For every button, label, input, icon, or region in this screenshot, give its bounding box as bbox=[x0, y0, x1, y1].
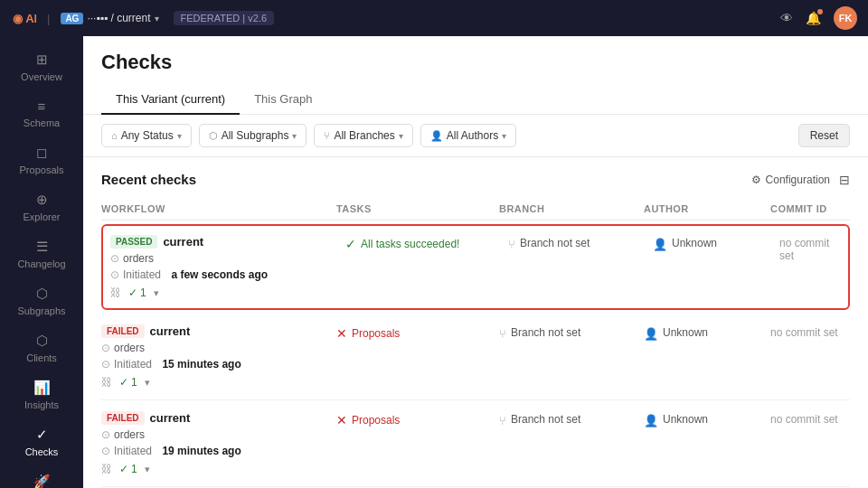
branch-icon: ⑂ bbox=[499, 414, 506, 427]
sidebar-item-label: Changelog bbox=[17, 258, 65, 269]
authors-filter[interactable]: 👤 All Authors ▾ bbox=[420, 124, 516, 147]
commit-cell: no commit set bbox=[779, 235, 841, 262]
authors-filter-icon: 👤 bbox=[430, 130, 443, 142]
proposals-icon: ◻ bbox=[36, 145, 47, 161]
reset-button[interactable]: Reset bbox=[798, 124, 850, 147]
federated-badge: FEDERATED | v2.6 bbox=[174, 11, 275, 25]
workflow-cell: FAILED current ⊙ orders ⊙ Initiated 19 m… bbox=[101, 411, 336, 475]
table-row[interactable]: FAILED current ⊙ orders ⊙ Initiated 19 m… bbox=[101, 400, 850, 487]
author-icon: 👤 bbox=[644, 327, 658, 341]
sidebar-item-explorer[interactable]: ⊕ Explorer bbox=[5, 184, 78, 230]
th-branch: BRANCH bbox=[499, 203, 644, 214]
author-cell: 👤 Unknown bbox=[644, 324, 770, 341]
check-icon: ✓ bbox=[119, 463, 128, 475]
task-label: Proposals bbox=[352, 414, 400, 427]
commit-cell: no commit set bbox=[770, 411, 850, 426]
authors-filter-label: All Authors bbox=[447, 129, 498, 142]
th-workflow: WORKFLOW bbox=[101, 203, 336, 214]
sidebar-item-subgraphs[interactable]: ⬡ Subgraphs bbox=[5, 278, 78, 324]
initiated-time: 15 minutes ago bbox=[162, 358, 241, 371]
sidebar-item-clients[interactable]: ⬡ Clients bbox=[5, 325, 78, 371]
nav-separator: | bbox=[47, 12, 50, 25]
expand-icon[interactable]: ▾ bbox=[154, 287, 159, 299]
tab-graph[interactable]: This Graph bbox=[240, 85, 326, 115]
count-badge: ✓ 1 bbox=[119, 463, 137, 475]
branch-cell: ⑂ Branch not set bbox=[508, 235, 653, 251]
sidebar-item-insights[interactable]: 📊 Insights bbox=[5, 372, 78, 418]
sidebar-item-label: Subgraphs bbox=[17, 305, 65, 316]
sidebar-item-schema[interactable]: ≡ Schema bbox=[5, 91, 78, 136]
expand-icon[interactable]: ▾ bbox=[145, 464, 150, 475]
launches-icon: 🚀 bbox=[33, 474, 51, 488]
sidebar-item-proposals[interactable]: ◻ Proposals bbox=[5, 137, 78, 183]
author-icon: 👤 bbox=[644, 414, 658, 427]
topnav-icons: 👁 🔔 FK bbox=[780, 6, 857, 30]
layout-icon[interactable]: ⊟ bbox=[839, 173, 850, 187]
apollo-logo: ◉ APOLLO bbox=[11, 9, 36, 27]
orders-icon: ⊙ bbox=[110, 252, 119, 265]
th-author: AUTHOR bbox=[644, 203, 770, 214]
workflow-name: current bbox=[150, 324, 191, 338]
branch-label: Branch not set bbox=[511, 326, 580, 339]
branch-icon: ⑂ bbox=[499, 327, 506, 341]
graph-badge: AG bbox=[61, 13, 83, 24]
branch-cell: ⑂ Branch not set bbox=[499, 324, 644, 341]
subgraphs-filter[interactable]: ⬡ All Subgraphs ▾ bbox=[199, 124, 307, 147]
author-icon: 👤 bbox=[653, 238, 667, 251]
tasks-cell: ✓ All tasks succeeded! bbox=[345, 235, 508, 251]
workflow-cell: FAILED current ⊙ orders ⊙ Initiated 15 m… bbox=[101, 324, 336, 389]
subgraphs-icon: ⬡ bbox=[36, 286, 48, 302]
tabs-bar: This Variant (current) This Graph bbox=[101, 85, 850, 114]
section-header: Recent checks ⚙ Configuration ⊟ bbox=[101, 172, 850, 187]
table-row[interactable]: PASSED current ⊙ orders ⊙ Initiated a fe… bbox=[101, 224, 850, 310]
count-badge: ✓ 1 bbox=[128, 286, 146, 299]
expand-icon[interactable]: ▾ bbox=[145, 377, 150, 389]
top-navigation: ◉ APOLLO | AG ···▪️▪️▪️ / current ▾ FEDE… bbox=[0, 0, 868, 36]
orders-label: orders bbox=[114, 342, 145, 354]
configuration-button[interactable]: ⚙ Configuration bbox=[751, 174, 830, 186]
chevron-down-icon: ▾ bbox=[177, 131, 182, 141]
status-filter[interactable]: ⌂ Any Status ▾ bbox=[101, 124, 192, 147]
author-label: Unknown bbox=[663, 326, 708, 339]
tasks-cell: ✕ Proposals bbox=[336, 411, 499, 427]
overview-icon: ⊞ bbox=[36, 52, 48, 68]
sidebar-item-checks[interactable]: ✓ Checks bbox=[5, 419, 78, 465]
sidebar-item-changelog[interactable]: ☰ Changelog bbox=[5, 231, 78, 277]
bell-icon[interactable]: 🔔 bbox=[806, 11, 821, 25]
count-value: 1 bbox=[140, 286, 146, 299]
link-icon: ⛓ bbox=[101, 376, 112, 389]
status-badge: PASSED bbox=[110, 235, 157, 249]
chevron-down-icon: ▾ bbox=[155, 14, 159, 23]
author-cell: 👤 Unknown bbox=[644, 411, 770, 427]
link-icon: ⛓ bbox=[101, 463, 112, 475]
th-commit: COMMIT ID bbox=[770, 203, 850, 214]
logo-area: ◉ APOLLO bbox=[11, 9, 36, 27]
table-row[interactable]: FAILED current ⊙ orders ⊙ Initiated 15 m… bbox=[101, 314, 850, 400]
initiated-time: 19 minutes ago bbox=[162, 445, 241, 457]
content-area: Recent checks ⚙ Configuration ⊟ WORKFLOW… bbox=[83, 157, 868, 488]
branches-filter[interactable]: ⑂ All Branches ▾ bbox=[314, 124, 412, 147]
tab-variant[interactable]: This Variant (current) bbox=[101, 85, 240, 115]
sidebar-item-label: Proposals bbox=[20, 164, 64, 175]
filter-icon: ⌂ bbox=[111, 130, 118, 141]
eye-icon[interactable]: 👁 bbox=[780, 11, 793, 25]
task-label: All tasks succeeded! bbox=[361, 238, 459, 250]
branch-icon: ⑂ bbox=[508, 238, 515, 251]
main-content: Checks This Variant (current) This Graph… bbox=[83, 36, 868, 488]
workflow-name: current bbox=[163, 235, 203, 249]
graph-selector[interactable]: AG ···▪️▪️▪️ / current ▾ bbox=[61, 12, 158, 24]
sidebar-item-launches[interactable]: 🚀 Launches bbox=[5, 466, 78, 488]
chevron-down-icon: ▾ bbox=[292, 131, 297, 141]
sidebar-item-label: Clients bbox=[26, 352, 57, 363]
branch-label: Branch not set bbox=[511, 413, 580, 426]
workflow-name: current bbox=[150, 411, 191, 425]
status-badge: FAILED bbox=[101, 411, 145, 425]
avatar[interactable]: FK bbox=[834, 6, 857, 30]
sidebar-item-overview[interactable]: ⊞ Overview bbox=[5, 44, 78, 89]
clock-icon: ⊙ bbox=[110, 268, 119, 281]
orders-label: orders bbox=[123, 252, 154, 265]
task-fail-icon: ✕ bbox=[336, 326, 347, 341]
link-icon: ⛓ bbox=[110, 286, 121, 299]
author-label: Unknown bbox=[663, 413, 708, 426]
gear-icon: ⚙ bbox=[751, 174, 761, 186]
